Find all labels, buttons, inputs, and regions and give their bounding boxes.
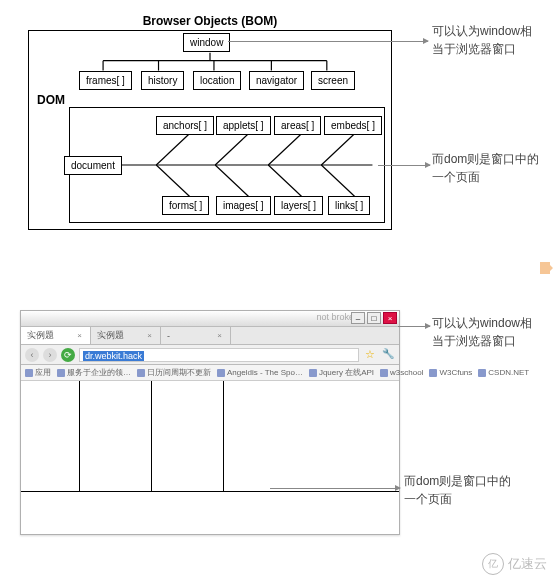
bom-outer-box: window frames[ ] history location naviga… [28, 30, 392, 230]
anno-line: 而dom则是窗口中的 [432, 150, 539, 168]
maximize-button[interactable]: □ [367, 312, 381, 324]
watermark-text: 亿速云 [508, 555, 547, 573]
anno-line: 一个页面 [404, 490, 511, 508]
favicon-icon [380, 369, 388, 377]
guide-line [151, 381, 152, 491]
window-title-bar[interactable]: not broken – □ × [21, 311, 399, 327]
svg-line-10 [215, 134, 248, 165]
annotation-dom-top: 而dom则是窗口中的 一个页面 [432, 150, 539, 186]
node-screen: screen [311, 71, 355, 90]
url-text: dr.webkit.hack [83, 351, 144, 361]
bookmark-item[interactable]: Jquery 在线API [309, 367, 374, 378]
svg-line-12 [268, 134, 301, 165]
svg-line-8 [156, 134, 189, 165]
anno-line: 可以认为window相 [432, 22, 532, 40]
favicon-icon [25, 369, 33, 377]
node-embeds: embeds[ ] [324, 116, 382, 135]
favicon-icon [309, 369, 317, 377]
minimize-button[interactable]: – [351, 312, 365, 324]
bookmark-label: 应用 [35, 367, 51, 378]
node-frames: frames[ ] [79, 71, 132, 90]
node-location: location [193, 71, 241, 90]
arrow-dom-top [378, 165, 430, 166]
tab-2[interactable]: 实例题× [91, 327, 161, 344]
tab-1[interactable]: 实例题× [21, 327, 91, 344]
bookmark-item[interactable]: w3school [380, 368, 423, 377]
svg-line-13 [268, 165, 301, 196]
close-icon[interactable]: × [77, 331, 82, 340]
svg-line-14 [321, 134, 354, 165]
tab-3[interactable]: -× [161, 327, 231, 344]
guide-line [79, 381, 80, 491]
dom-label: DOM [37, 93, 65, 107]
bookmark-item[interactable]: 日历间周期不更新 [137, 367, 211, 378]
bookmark-label: Angeldis - The Spo… [227, 368, 303, 377]
tab-label: - [167, 331, 170, 341]
guide-line [223, 381, 224, 491]
close-icon[interactable]: × [217, 331, 222, 340]
bookmark-item[interactable]: 应用 [25, 367, 51, 378]
bookmark-item[interactable]: Angeldis - The Spo… [217, 368, 303, 377]
close-icon[interactable]: × [147, 331, 152, 340]
tab-label: 实例题 [97, 329, 124, 342]
favicon-icon [478, 369, 486, 377]
reload-button[interactable]: ⟳ [61, 348, 75, 362]
back-button[interactable]: ‹ [25, 348, 39, 362]
anno-line: 当于浏览器窗口 [432, 40, 532, 58]
tab-label: 实例题 [27, 329, 54, 342]
watermark: 亿 亿速云 [482, 553, 547, 575]
share-badge-icon [539, 260, 553, 276]
anno-line: 而dom则是窗口中的 [404, 472, 511, 490]
node-images: images[ ] [216, 196, 271, 215]
anno-line: 可以认为window相 [432, 314, 532, 332]
annotation-window-bottom: 可以认为window相 当于浏览器窗口 [432, 314, 532, 350]
arrow-window-top [228, 41, 428, 42]
dom-inner-box: document anchors[ ] applets[ ] areas[ ] … [69, 107, 385, 223]
svg-line-11 [215, 165, 248, 196]
node-layers: layers[ ] [274, 196, 323, 215]
node-anchors: anchors[ ] [156, 116, 214, 135]
settings-wrench-icon[interactable]: 🔧 [381, 348, 395, 362]
watermark-logo-icon: 亿 [482, 553, 504, 575]
favicon-icon [429, 369, 437, 377]
tab-strip: 实例题× 实例题× -× [21, 327, 399, 345]
bookmark-item[interactable]: 服务于企业的领… [57, 367, 131, 378]
bookmark-label: 日历间周期不更新 [147, 367, 211, 378]
node-window: window [183, 33, 230, 52]
forward-button[interactable]: › [43, 348, 57, 362]
node-forms: forms[ ] [162, 196, 209, 215]
svg-line-15 [321, 165, 354, 196]
url-input[interactable]: dr.webkit.hack [79, 348, 359, 362]
browser-window: not broken – □ × 实例题× 实例题× -× ‹ › ⟳ dr.w… [20, 310, 400, 535]
bookmarks-bar: 应用 服务于企业的领… 日历间周期不更新 Angeldis - The Spo…… [21, 365, 399, 381]
anno-line: 一个页面 [432, 168, 539, 186]
bookmark-label: 服务于企业的领… [67, 367, 131, 378]
svg-line-9 [156, 165, 189, 196]
favicon-icon [137, 369, 145, 377]
node-history: history [141, 71, 184, 90]
node-links: links[ ] [328, 196, 370, 215]
node-areas: areas[ ] [274, 116, 321, 135]
annotation-window-top: 可以认为window相 当于浏览器窗口 [432, 22, 532, 58]
bookmark-label: w3school [390, 368, 423, 377]
bookmark-star-icon[interactable]: ☆ [363, 348, 377, 362]
node-navigator: navigator [249, 71, 304, 90]
node-document: document [64, 156, 122, 175]
bom-diagram: Browser Objects (BOM) window frames[ ] h… [20, 10, 400, 240]
close-button[interactable]: × [383, 312, 397, 324]
arrow-window-bottom [398, 326, 430, 327]
bookmark-item[interactable]: CSDN.NET [478, 368, 529, 377]
page-viewport [21, 381, 399, 534]
annotation-dom-bottom: 而dom则是窗口中的 一个页面 [404, 472, 511, 508]
guide-line [21, 491, 399, 492]
address-bar: ‹ › ⟳ dr.webkit.hack ☆ 🔧 [21, 345, 399, 365]
bookmark-label: W3Cfuns [439, 368, 472, 377]
bookmark-label: Jquery 在线API [319, 367, 374, 378]
arrow-dom-bottom [270, 488, 400, 489]
bookmark-item[interactable]: W3Cfuns [429, 368, 472, 377]
favicon-icon [57, 369, 65, 377]
bookmark-label: CSDN.NET [488, 368, 529, 377]
anno-line: 当于浏览器窗口 [432, 332, 532, 350]
node-applets: applets[ ] [216, 116, 271, 135]
favicon-icon [217, 369, 225, 377]
